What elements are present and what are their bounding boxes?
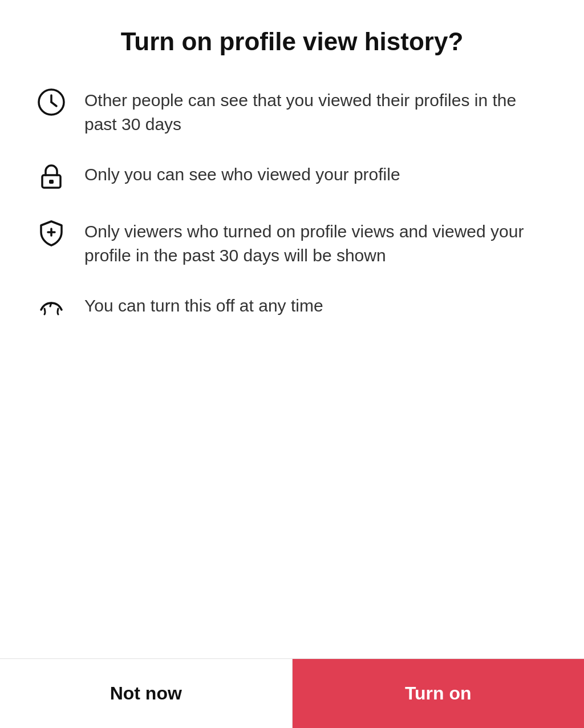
bottom-buttons: Not now Turn on: [0, 658, 584, 728]
shield-icon: [34, 216, 68, 250]
page-title: Turn on profile view history?: [34, 27, 550, 56]
eye-off-icon: [34, 290, 68, 325]
main-content: Turn on profile view history? Other peop…: [0, 0, 584, 658]
turn-on-button[interactable]: Turn on: [293, 659, 585, 728]
svg-line-2: [51, 102, 56, 106]
clock-icon: [34, 85, 68, 119]
svg-rect-4: [49, 180, 54, 184]
feature-text-eye-off: You can turn this off at any time: [84, 290, 323, 318]
list-item: Other people can see that you viewed the…: [34, 85, 550, 136]
not-now-button[interactable]: Not now: [0, 659, 293, 728]
lock-icon: [34, 159, 68, 193]
feature-text-clock: Other people can see that you viewed the…: [84, 85, 550, 136]
list-item: Only you can see who viewed your profile: [34, 159, 550, 193]
feature-text-lock: Only you can see who viewed your profile: [84, 159, 400, 187]
feature-text-shield: Only viewers who turned on profile views…: [84, 216, 550, 268]
list-item: You can turn this off at any time: [34, 290, 550, 325]
features-list: Other people can see that you viewed the…: [34, 85, 550, 325]
list-item: Only viewers who turned on profile views…: [34, 216, 550, 268]
